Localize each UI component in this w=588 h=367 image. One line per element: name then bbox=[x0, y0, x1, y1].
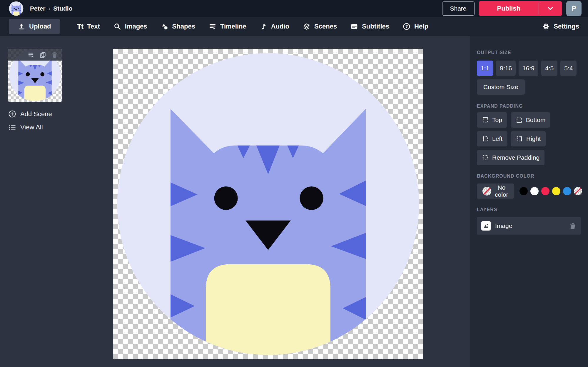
swatch-yellow[interactable] bbox=[552, 187, 560, 195]
padding-row-3: Remove Padding bbox=[477, 150, 581, 165]
settings-label: Settings bbox=[554, 23, 579, 30]
svg-text:?: ? bbox=[405, 24, 408, 29]
tool-settings[interactable]: Settings bbox=[542, 23, 579, 30]
upload-label: Upload bbox=[29, 23, 51, 30]
share-button[interactable]: Share bbox=[442, 1, 475, 16]
right-panel: OUTPUT SIZE 1:1 9:16 16:9 4:5 5:4 Custom… bbox=[470, 36, 588, 367]
ratio-9-16-button[interactable]: 9:16 bbox=[496, 61, 516, 76]
tool-shapes[interactable]: Shapes bbox=[161, 23, 195, 30]
pad-bottom-label: Bottom bbox=[526, 116, 546, 124]
pad-left-button[interactable]: Left bbox=[477, 131, 507, 146]
canvas-cat-image[interactable] bbox=[113, 49, 423, 359]
tool-audio[interactable]: Audio bbox=[260, 23, 289, 30]
layer-row-image[interactable]: Image bbox=[477, 217, 581, 235]
add-scene-button[interactable]: Add Scene bbox=[8, 110, 52, 118]
swatch-blue[interactable] bbox=[563, 187, 571, 195]
audio-label: Audio bbox=[271, 23, 289, 30]
padding-row-2: Left Right bbox=[477, 131, 581, 146]
tool-images[interactable]: Images bbox=[113, 23, 147, 30]
ratio-5-4-button[interactable]: 5:4 bbox=[560, 61, 577, 76]
publish-button[interactable]: Publish bbox=[479, 1, 539, 16]
tool-subtitles[interactable]: Subtitles bbox=[350, 23, 389, 30]
pad-top-label: Top bbox=[492, 116, 502, 124]
no-color-icon bbox=[482, 187, 491, 196]
scene-delete-icon[interactable] bbox=[51, 51, 58, 58]
account-avatar[interactable]: P bbox=[566, 1, 582, 16]
remove-padding-icon bbox=[482, 154, 489, 161]
swatch-transparent[interactable] bbox=[574, 187, 582, 195]
tool-timeline[interactable]: Timeline bbox=[209, 23, 246, 30]
header: Peter › Studio Share Publish P bbox=[0, 0, 588, 17]
delete-layer-icon[interactable] bbox=[569, 222, 577, 230]
swatch-red[interactable] bbox=[541, 187, 549, 195]
ratio-options: 1:1 9:16 16:9 4:5 5:4 bbox=[477, 61, 581, 76]
pad-bottom-icon bbox=[516, 116, 523, 124]
swatch-black[interactable] bbox=[519, 187, 528, 195]
swatch-white[interactable] bbox=[530, 187, 539, 195]
canvas[interactable] bbox=[113, 49, 423, 359]
output-size-label: OUTPUT SIZE bbox=[477, 50, 581, 55]
ratio-16-9-button[interactable]: 16:9 bbox=[519, 61, 538, 76]
avatar-cat-image bbox=[9, 1, 24, 16]
background-color-label: BACKGROUND COLOR bbox=[477, 174, 581, 179]
ratio-4-5-button[interactable]: 4:5 bbox=[541, 61, 557, 76]
pad-right-button[interactable]: Right bbox=[511, 131, 546, 146]
workspace-avatar[interactable] bbox=[9, 1, 24, 16]
text-icon: Tt bbox=[77, 22, 83, 31]
pad-right-icon bbox=[516, 135, 523, 142]
pad-top-button[interactable]: Top bbox=[477, 112, 507, 128]
images-label: Images bbox=[125, 23, 147, 30]
remove-padding-button[interactable]: Remove Padding bbox=[477, 150, 544, 165]
ratio-1-1-button[interactable]: 1:1 bbox=[477, 61, 493, 76]
scene-thumbnail[interactable] bbox=[8, 49, 62, 102]
pad-left-icon bbox=[482, 135, 489, 142]
timeline-label: Timeline bbox=[220, 23, 246, 30]
toolbar: Upload Tt Text Images Shapes Timeline bbox=[0, 17, 588, 36]
plus-circle-icon bbox=[8, 110, 16, 118]
list-icon bbox=[8, 123, 16, 131]
pad-left-label: Left bbox=[492, 135, 502, 142]
upload-button[interactable]: Upload bbox=[9, 19, 60, 34]
help-label: Help bbox=[414, 23, 428, 30]
scene-duplicate-icon[interactable] bbox=[39, 51, 46, 58]
timeline-icon bbox=[209, 23, 216, 30]
remove-padding-label: Remove Padding bbox=[492, 154, 539, 161]
upload-icon bbox=[18, 23, 25, 30]
expand-padding-label: EXPAND PADDING bbox=[477, 104, 581, 109]
view-all-button[interactable]: View All bbox=[8, 123, 43, 131]
pad-bottom-button[interactable]: Bottom bbox=[511, 112, 551, 128]
image-layer-icon bbox=[481, 221, 491, 231]
help-icon: ? bbox=[403, 23, 410, 30]
text-label: Text bbox=[87, 23, 100, 30]
no-color-button[interactable]: No color bbox=[477, 184, 514, 199]
header-left: Peter › Studio bbox=[9, 1, 73, 16]
image-layer-label: Image bbox=[495, 222, 512, 229]
scene-reorder-icon[interactable] bbox=[28, 51, 34, 58]
subtitles-icon bbox=[350, 23, 358, 30]
color-swatches bbox=[519, 187, 582, 195]
custom-size-button[interactable]: Custom Size bbox=[477, 79, 525, 95]
breadcrumb-page: Studio bbox=[53, 5, 72, 12]
add-scene-label: Add Scene bbox=[20, 110, 52, 118]
tool-scenes[interactable]: Scenes bbox=[303, 23, 337, 30]
header-right: Share Publish P bbox=[442, 1, 582, 16]
subtitles-label: Subtitles bbox=[362, 23, 389, 30]
padding-row-1: Top Bottom bbox=[477, 112, 581, 128]
music-note-icon bbox=[260, 23, 267, 30]
breadcrumb-project-link[interactable]: Peter bbox=[30, 5, 46, 12]
background-color-row: No color bbox=[477, 184, 581, 199]
layers-label: LAYERS bbox=[477, 207, 581, 212]
publish-dropdown-button[interactable] bbox=[539, 1, 562, 16]
tool-help[interactable]: ? Help bbox=[403, 23, 428, 30]
layers-icon bbox=[303, 23, 310, 30]
shapes-icon bbox=[161, 23, 168, 30]
workspace: Add Scene View All bbox=[0, 36, 470, 367]
shapes-label: Shapes bbox=[172, 23, 195, 30]
chevron-down-icon bbox=[547, 5, 554, 12]
pad-right-label: Right bbox=[526, 135, 541, 142]
scenes-label: Scenes bbox=[314, 23, 337, 30]
breadcrumb: Peter › Studio bbox=[30, 5, 73, 12]
tool-text[interactable]: Tt Text bbox=[77, 22, 100, 31]
kapwing-studio-app: Peter › Studio Share Publish P bbox=[0, 0, 588, 367]
scene-thumbnail-toolbar bbox=[8, 49, 62, 61]
